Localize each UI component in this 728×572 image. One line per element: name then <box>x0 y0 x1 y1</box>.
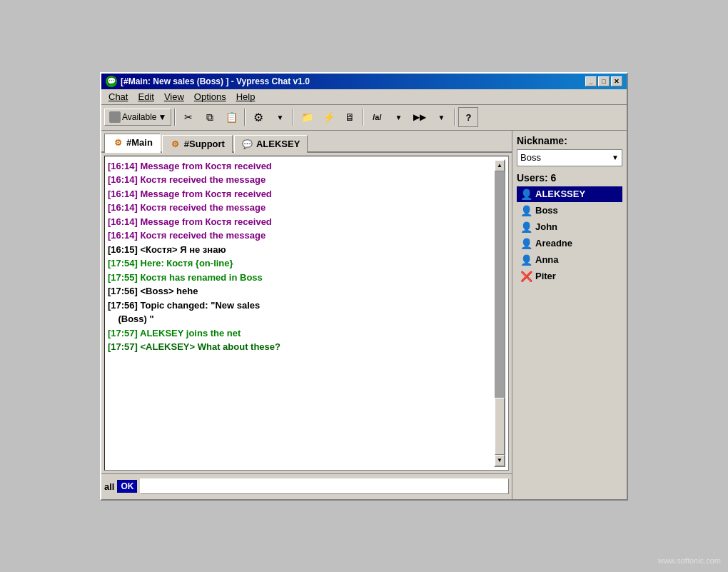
alarm-button[interactable]: ⚡ <box>318 107 338 127</box>
title-controls: _ □ ✕ <box>585 76 622 86</box>
settings-button[interactable]: ⚙ <box>248 107 268 127</box>
tab-support[interactable]: #Support <box>162 135 233 153</box>
input-ok-button[interactable]: OK <box>117 480 137 493</box>
app-icon: 💬 <box>106 76 117 87</box>
menu-bar: Chat Edit View Options Help <box>101 89 627 105</box>
input-area: all OK <box>101 473 512 499</box>
nickname-label: Nickname: <box>517 135 622 146</box>
scroll-thumb[interactable] <box>495 398 505 455</box>
main-window: 💬 [#Main: New sales (Boss) ] - Vypress C… <box>100 72 628 501</box>
status-avatar <box>109 111 121 123</box>
toolbar-separator-5 <box>454 109 455 126</box>
menu-edit[interactable]: Edit <box>133 90 158 104</box>
tab-aleksey-icon <box>242 139 253 150</box>
user-name-boss: Boss <box>535 205 558 216</box>
list-item: [16:14] Костя received the message <box>108 229 492 243</box>
user-avatar-boss: 👤 <box>520 204 532 217</box>
scroll-track <box>495 171 505 455</box>
toolbar-separator-2 <box>244 109 246 126</box>
messages-scrollbar[interactable]: ▲ ▼ <box>494 159 505 467</box>
copy-button[interactable]: ⧉ <box>200 107 220 127</box>
nickname-arrow-icon: ▼ <box>612 154 619 161</box>
scroll-down-button[interactable]: ▼ <box>495 455 505 466</box>
chat-area: #Main #Support ALEKSEY [16:14] Message f… <box>101 131 512 499</box>
minimize-button[interactable]: _ <box>585 76 597 86</box>
sidebar: Nickname: Boss ▼ Users: 6 👤 ALEKSSEY 👤 B… <box>512 131 627 499</box>
list-item: [17:57] ALEKSEY joins the net <box>108 326 492 341</box>
user-name-areadne: Areadne <box>535 238 572 249</box>
text-arrow-button[interactable]: ▼ <box>388 107 408 127</box>
watermark: www.softonic.com <box>658 556 721 565</box>
settings-arrow-button[interactable]: ▼ <box>270 107 290 127</box>
folder-button[interactable]: 📁 <box>297 107 317 127</box>
toolbar-separator-3 <box>293 109 294 126</box>
list-item: [17:55] Костя has renamed in Boss <box>108 271 492 285</box>
status-label: Available <box>122 112 156 122</box>
list-item: [16:14] Костя received the message <box>108 173 492 187</box>
user-avatar-areadne: 👤 <box>520 237 532 250</box>
list-item: [17:56] Topic changed: "New sales (Boss)… <box>108 298 492 326</box>
maximize-button[interactable]: □ <box>598 76 610 86</box>
list-item: [17:56] <Boss> hehe <box>108 284 492 298</box>
messages-list: [16:14] Message from Костя received [16:… <box>108 159 492 467</box>
scissors-button[interactable]: ✂ <box>178 107 198 127</box>
tab-support-icon <box>170 139 181 150</box>
menu-view[interactable]: View <box>160 90 188 104</box>
user-name-anna: Anna <box>535 254 559 265</box>
menu-chat[interactable]: Chat <box>104 90 132 104</box>
tab-main-icon <box>112 137 123 149</box>
list-item: [16:14] Message from Костя received <box>108 187 492 201</box>
user-avatar-john: 👤 <box>520 221 532 234</box>
list-item: [16:14] Message from Костя received <box>108 159 492 174</box>
close-button[interactable]: ✕ <box>611 76 622 86</box>
toolbar-separator-1 <box>174 109 176 126</box>
arrow-arrow-button[interactable]: ▼ <box>431 107 451 127</box>
window-title: [#Main: New sales (Boss) ] - Vypress Cha… <box>121 76 310 86</box>
list-item: [16:14] Message from Костя received <box>108 215 492 229</box>
title-bar-left: 💬 [#Main: New sales (Boss) ] - Vypress C… <box>106 76 310 87</box>
user-avatar-alekssey: 👤 <box>520 188 532 201</box>
list-item: [17:57] <ALEKSEY> What about these? <box>108 340 492 354</box>
tabs-bar: #Main #Support ALEKSEY <box>101 131 512 153</box>
text-format-button[interactable]: /a/ <box>367 107 387 127</box>
user-avatar-anna: 👤 <box>520 254 532 266</box>
tab-aleksey[interactable]: ALEKSEY <box>234 135 308 153</box>
tab-main-label: #Main <box>126 137 153 148</box>
status-dropdown[interactable]: Available ▼ <box>104 109 171 126</box>
user-item-john[interactable]: 👤 John <box>517 219 622 235</box>
user-name-piter: Piter <box>535 271 556 281</box>
user-item-piter[interactable]: ❌ Piter <box>517 269 622 284</box>
chat-input[interactable] <box>140 478 509 494</box>
input-prefix: all <box>104 481 114 492</box>
tab-aleksey-label: ALEKSEY <box>256 139 300 149</box>
menu-help[interactable]: Help <box>232 90 260 104</box>
arrow-button[interactable]: ▶▶ <box>410 107 430 127</box>
user-name-alekssey: ALEKSSEY <box>535 189 585 199</box>
nickname-value: Boss <box>520 152 541 163</box>
user-name-john: John <box>535 221 557 232</box>
menu-options[interactable]: Options <box>190 90 231 104</box>
messages-container: [16:14] Message from Костя received [16:… <box>104 156 509 471</box>
help-button[interactable]: ? <box>458 107 478 127</box>
user-item-alekssey[interactable]: 👤 ALEKSSEY <box>517 186 622 202</box>
status-arrow: ▼ <box>158 112 166 122</box>
main-area: #Main #Support ALEKSEY [16:14] Message f… <box>101 131 627 499</box>
toolbar: Available ▼ ✂ ⧉ 📋 ⚙ ▼ 📁 ⚡ 🖥 /a/ ▼ ▶▶ ▼ ? <box>101 105 627 131</box>
title-bar: 💬 [#Main: New sales (Boss) ] - Vypress C… <box>101 74 627 89</box>
users-label: Users: 6 <box>517 172 622 184</box>
user-item-areadne[interactable]: 👤 Areadne <box>517 236 622 251</box>
user-item-boss[interactable]: 👤 Boss <box>517 203 622 219</box>
list-item: [17:54] Here: Костя {on-line} <box>108 256 492 271</box>
user-item-anna[interactable]: 👤 Anna <box>517 252 622 268</box>
paste-button[interactable]: 📋 <box>221 107 241 127</box>
monitor-button[interactable]: 🖥 <box>340 107 360 127</box>
tab-main[interactable]: #Main <box>104 134 161 153</box>
toolbar-separator-4 <box>363 109 364 126</box>
list-item: [16:14] Костя received the message <box>108 201 492 215</box>
list-item: [16:15] <Костя> Я не знаю <box>108 243 492 257</box>
nickname-dropdown[interactable]: Boss ▼ <box>517 149 622 166</box>
scroll-up-button[interactable]: ▲ <box>495 160 505 171</box>
user-avatar-piter: ❌ <box>520 270 532 283</box>
tab-support-label: #Support <box>184 139 225 149</box>
users-list: 👤 ALEKSSEY 👤 Boss 👤 John 👤 Areadne 👤 <box>517 186 622 284</box>
